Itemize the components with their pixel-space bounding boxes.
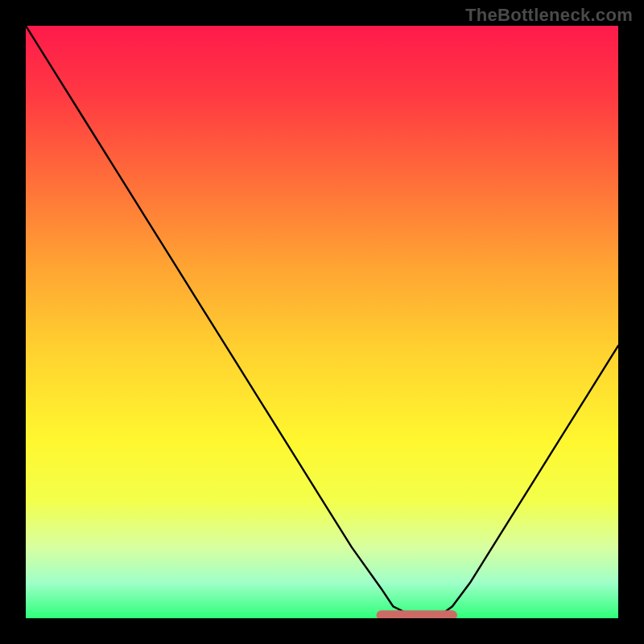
watermark-text: TheBottleneck.com bbox=[465, 5, 633, 26]
chart-frame: TheBottleneck.com bbox=[0, 0, 644, 644]
curve-layer bbox=[26, 26, 618, 618]
plot-area bbox=[26, 26, 618, 618]
bottleneck-curve bbox=[26, 26, 618, 615]
